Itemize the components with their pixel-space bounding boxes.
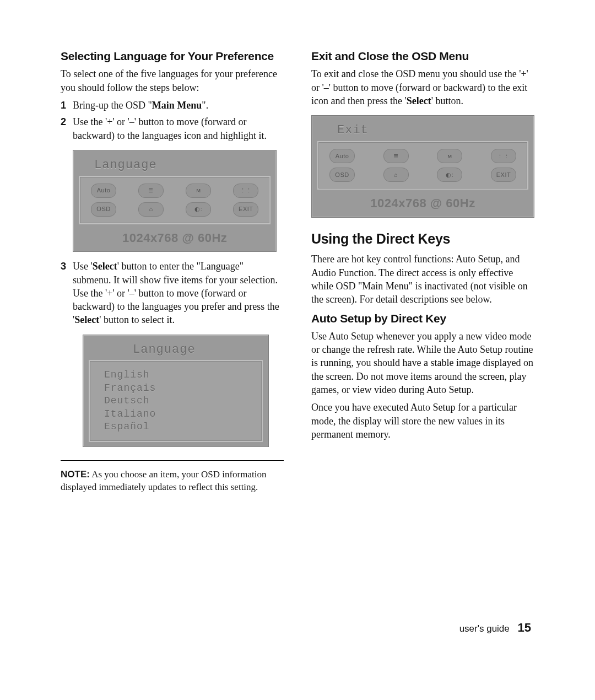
home-icon: ⌂ [383,168,409,182]
osd-resolution: 1024x768 @ 60Hz [317,190,528,213]
step-1-num: 1 [61,99,73,112]
exit-icon: EXIT [233,202,258,217]
osd-title: Language [79,156,271,176]
note-text: NOTE: As you choose an item, your OSD in… [61,469,284,494]
list-icon: ≣ [138,184,164,198]
intro-text: To select one of the five languages for … [61,67,284,94]
home-icon: ⌂ [138,202,164,217]
audio-icon: ◐: [437,168,462,182]
osd-resolution: 1024x768 @ 60Hz [79,224,271,247]
auto-setup-p1: Use Auto Setup whenever you apply a new … [311,330,534,396]
page-footer: user's guide 15 [61,620,534,636]
heading-select-language: Selecting Language for Your Preference [61,49,284,64]
step-2-num: 2 [61,115,73,142]
lang-item: Français [104,382,252,395]
step-3-num: 3 [61,260,73,326]
step-1-text: Bring-up the OSD "Main Menu". [73,99,284,112]
auto-setup-p2: Once you have executed Auto Setup for a … [311,401,534,441]
page-number: 15 [518,621,531,634]
osd-language-submenu: Language English Français Deutsch Italia… [83,335,269,448]
m-icon: ᴍ [437,149,462,163]
osd-icon: OSD [329,168,355,182]
auto-icon: Auto [91,184,116,198]
direct-keys-text: There are hot key control functions: Aut… [311,252,534,306]
auto-icon: Auto [329,149,355,163]
heading-exit-close: Exit and Close the OSD Menu [311,49,534,64]
lang-item: English [104,369,252,381]
osd-exit-menu: Exit Auto ≣ ᴍ ⋮⋮ OSD ⌂ ◐: EXIT 1024x768 … [311,115,534,217]
exit-icon: EXIT [491,168,516,182]
footer-label: user's guide [459,623,510,634]
step-2-text: Use the '+' or '–' button to move (forwa… [73,115,284,142]
lang-item: Deutsch [104,395,252,407]
dots-icon: ⋮⋮ [233,184,258,198]
divider [61,460,284,461]
exit-close-text: To exit and close the OSD menu you shoul… [311,67,534,107]
audio-icon: ◐: [186,202,211,217]
osd-title: Exit [317,121,528,141]
lang-item: Español [104,421,252,433]
osd-language-menu: Language Auto ≣ ᴍ ⋮⋮ OSD ⌂ ◐: EXIT 1024x… [73,150,277,252]
osd-icon: OSD [91,202,116,217]
list-icon: ≣ [383,149,409,163]
m-icon: ᴍ [186,184,211,198]
osd-title: Language [89,341,263,360]
heading-direct-keys: Using the Direct Keys [311,230,534,249]
step-3-text: Use 'Select' button to enter the "Langua… [73,260,284,326]
dots-icon: ⋮⋮ [491,149,516,163]
heading-auto-setup: Auto Setup by Direct Key [311,311,534,326]
lang-item: Italiano [104,408,252,421]
